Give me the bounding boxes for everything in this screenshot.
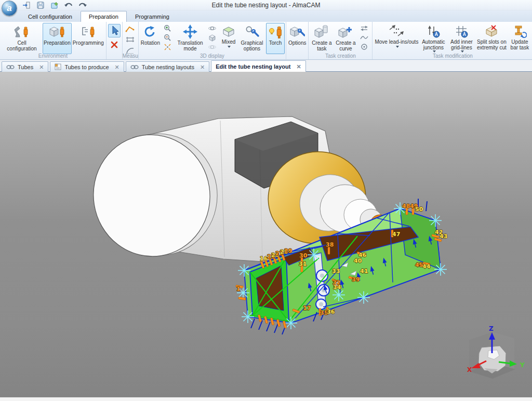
part-number-label: 33 xyxy=(332,268,340,275)
preview-button[interactable] xyxy=(50,1,59,9)
button-label: Rotation xyxy=(141,40,160,46)
create-curve-icon xyxy=(338,24,353,39)
part-number-label: 30 xyxy=(299,252,308,259)
zoom-fit-icon xyxy=(164,43,171,51)
part-number-label: 38 xyxy=(326,241,334,248)
zoom-in-button[interactable] xyxy=(162,24,174,32)
part-number-label: 44 xyxy=(422,263,431,270)
doc-tab-tubes-to-produce[interactable]: Tubes to produce ✕ xyxy=(50,61,124,72)
preparation-button[interactable]: Preparation xyxy=(43,23,72,54)
close-tab-icon[interactable]: ✕ xyxy=(200,64,205,70)
rotation-icon xyxy=(143,24,157,39)
rotation-button[interactable]: Rotation xyxy=(140,23,161,54)
circle-button[interactable] xyxy=(358,43,370,51)
zoom-fit-button[interactable] xyxy=(162,43,174,51)
app-logo[interactable]: a xyxy=(2,1,17,16)
tab-cell-configuration[interactable]: Cell configuration xyxy=(20,11,81,22)
robot-arm-icon xyxy=(14,24,30,39)
part-number-label: 34 xyxy=(333,284,341,291)
part-number-label: 50 xyxy=(415,206,423,213)
zoom-out-button[interactable] xyxy=(162,33,174,42)
document-tab-bar: Tubes ✕ Tubes to produce ✕ Tube nesting … xyxy=(0,60,532,72)
close-tab-icon[interactable]: ✕ xyxy=(115,64,119,70)
save-button[interactable] xyxy=(36,1,45,9)
split-slots-button[interactable]: Split slots on extremity cut xyxy=(475,23,508,54)
cube-view-button[interactable] xyxy=(206,33,219,42)
doc-tab-tube-nesting-layouts[interactable]: Tube nesting layouts ✕ xyxy=(126,61,209,72)
add-inner-grid-lines-button[interactable]: Add inner grid-lines xyxy=(447,23,475,54)
part-number-label: 46 xyxy=(358,252,367,258)
move-lead-ins-outs-button[interactable]: Move lead-ins/outs xyxy=(374,23,419,54)
create-curve-button[interactable]: Create a curve xyxy=(334,23,357,54)
tab-preparation[interactable]: Preparation xyxy=(81,11,127,22)
part-number-label: 36 xyxy=(327,308,335,315)
button-label: Translation mode xyxy=(176,40,205,51)
options-button[interactable]: Options xyxy=(287,23,307,54)
button-label: Add inner grid-lines xyxy=(448,39,474,50)
cell-configuration-button[interactable]: Cell configuration xyxy=(1,23,43,54)
measure-distance-icon xyxy=(125,36,136,43)
quick-access-toolbar xyxy=(22,1,87,9)
z-axis-label: Z xyxy=(489,325,494,332)
close-tab-icon[interactable]: ✕ xyxy=(39,64,44,70)
undo-button[interactable] xyxy=(64,1,73,9)
group-task-modification: Move lead-ins/outs Automatic junctions A… xyxy=(373,22,532,59)
button-label: Split slots on extremity cut xyxy=(476,39,507,50)
3d-scene[interactable]: 1162526272829303117353638333234394041464… xyxy=(0,72,532,397)
dropdown-arrow-icon xyxy=(396,46,399,48)
delete-selection-button[interactable] xyxy=(108,38,121,51)
mixed-display-icon xyxy=(221,24,236,38)
translation-mode-button[interactable]: Translation mode xyxy=(175,23,206,54)
doc-tab-edit-tube-nesting-layout[interactable]: Edit the tube nesting layout ✕ xyxy=(211,60,305,72)
button-label: Move lead-ins/outs xyxy=(375,39,418,45)
status-strip xyxy=(0,397,532,401)
orbit-disabled-icon xyxy=(208,43,216,51)
zoom-out-icon xyxy=(164,34,171,42)
button-label: Update bar task xyxy=(509,39,530,50)
measure-path-icon xyxy=(125,25,136,33)
programming-button[interactable]: Programming xyxy=(72,23,105,54)
mixed-display-button[interactable]: Mixed xyxy=(219,23,238,54)
part-number-label: 41 xyxy=(360,268,368,275)
select-cursor-button[interactable] xyxy=(108,24,121,37)
button-label: Cell configuration xyxy=(2,40,42,51)
swap-arrows-button[interactable] xyxy=(358,24,370,32)
button-label: Mixed xyxy=(222,39,236,45)
measure-distance-button[interactable] xyxy=(124,35,137,45)
program-list-icon xyxy=(81,24,96,39)
preview-icon xyxy=(50,1,59,9)
axis-orientation-widget[interactable]: X Y Z xyxy=(467,325,525,379)
3d-viewport[interactable]: 1162526272829303117353638333234394041464… xyxy=(0,72,532,397)
button-label: Programming xyxy=(73,40,104,46)
automatic-junctions-button[interactable]: Automatic junctions xyxy=(419,23,447,54)
import-button[interactable] xyxy=(22,1,31,9)
update-bar-task-icon xyxy=(512,24,527,38)
x-axis-label: X xyxy=(467,366,472,373)
y-axis-label: Y xyxy=(520,361,525,369)
group-label: Environment xyxy=(0,53,106,59)
update-bar-task-button[interactable]: Update bar task xyxy=(508,23,531,54)
cube-view-icon xyxy=(208,34,216,42)
graphical-options-button[interactable]: Graphical options xyxy=(238,23,266,54)
torch-display-button[interactable]: Torch xyxy=(266,23,285,54)
close-tab-icon[interactable]: ✕ xyxy=(296,64,301,69)
cube-torch-icon xyxy=(49,24,65,39)
curve-button[interactable] xyxy=(358,33,370,42)
group-label: Measure xyxy=(123,53,138,59)
measure-path-button[interactable] xyxy=(124,24,137,34)
orbit-disabled-button[interactable] xyxy=(206,43,219,51)
doc-tab-tubes[interactable]: Tubes ✕ xyxy=(2,61,48,72)
create-task-button[interactable]: Create a task xyxy=(310,23,334,54)
part-number-label: 39 xyxy=(352,276,360,283)
cube-wrench-icon xyxy=(289,24,305,39)
undo-icon xyxy=(64,1,73,9)
group-task-creation: Create a task Create a curve Task creati… xyxy=(309,22,373,59)
redo-button[interactable] xyxy=(78,1,87,9)
orbit-view-button[interactable] xyxy=(206,24,219,32)
part-number-label: 29 xyxy=(284,248,292,254)
doc-tab-label: Edit the tube nesting layout xyxy=(216,63,290,70)
tube-icon xyxy=(6,64,15,70)
group-selection-tools xyxy=(107,22,123,59)
button-label: Preparation xyxy=(44,40,71,46)
tab-programming[interactable]: Programming xyxy=(127,11,178,22)
